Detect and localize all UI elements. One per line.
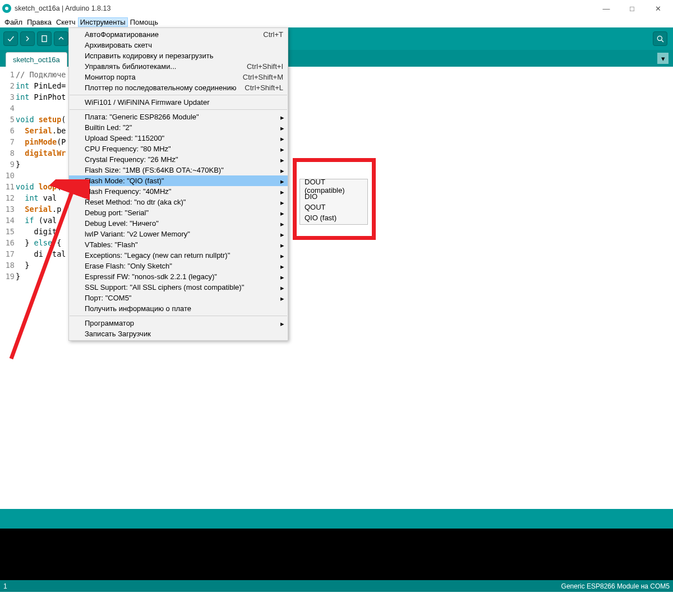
open-button[interactable] — [54, 31, 68, 46]
close-button[interactable]: ✕ — [645, 0, 671, 17]
menu-item[interactable]: Erase Flash: "Only Sketch"▸ — [69, 261, 288, 271]
menu-item[interactable]: Espressif FW: "nonos-sdk 2.2.1 (legacy)"… — [69, 271, 288, 282]
titlebar: sketch_oct16a | Arduino 1.8.13 — □ ✕ — [0, 0, 673, 17]
menu-item[interactable]: Монитор портаCtrl+Shift+M — [69, 72, 288, 82]
svg-line-2 — [662, 40, 663, 42]
flash-mode-submenu[interactable]: DOUT (compatible)DIOQOUTQIO (fast) — [299, 179, 368, 225]
arduino-logo-icon — [2, 4, 11, 13]
submenu-item[interactable]: QIO (fast) — [300, 212, 367, 223]
menu-item[interactable]: Исправить кодировку и перезагрузить — [69, 50, 288, 61]
status-board: Generic ESP8266 Module на COM5 — [561, 582, 670, 590]
menu-help[interactable]: Помощь — [128, 18, 160, 26]
menu-item[interactable]: CPU Frequency: "80 MHz"▸ — [69, 143, 288, 154]
menu-item[interactable]: Программатор▸ — [69, 318, 288, 328]
menu-item[interactable]: Debug Level: "Ничего"▸ — [69, 218, 288, 229]
code-area[interactable]: // Подключеint PinLed=int PinPhotvoid se… — [16, 69, 66, 282]
menu-item[interactable]: Плата: "Generic ESP8266 Module"▸ — [69, 112, 288, 122]
tab-menu-button[interactable]: ▾ — [657, 53, 669, 64]
submenu-item[interactable]: DOUT (compatible) — [300, 180, 367, 191]
menu-item[interactable]: Записать Загрузчик — [69, 328, 288, 339]
menu-item[interactable]: Порт: "COM5"▸ — [69, 293, 288, 303]
menu-sketch[interactable]: Скетч — [54, 18, 78, 26]
menu-edit[interactable]: Правка — [25, 18, 54, 26]
menu-item[interactable]: Получить информацию о плате — [69, 303, 288, 314]
menu-file[interactable]: Файл — [2, 18, 25, 26]
menu-item[interactable]: Crystal Frequency: "26 MHz"▸ — [69, 154, 288, 165]
menu-item[interactable]: Builtin Led: "2"▸ — [69, 122, 288, 133]
message-bar — [0, 509, 673, 529]
menu-item[interactable]: Управлять библиотеками...Ctrl+Shift+I — [69, 61, 288, 72]
menubar: Файл Правка Скетч Инструменты Помощь — [0, 17, 673, 27]
menu-item[interactable]: lwIP Variant: "v2 Lower Memory"▸ — [69, 229, 288, 239]
status-bar: 1 Generic ESP8266 Module на COM5 — [0, 580, 673, 592]
line-gutter: 12345678910111213141516171819 — [0, 69, 15, 282]
submenu-item[interactable]: QOUT — [300, 202, 367, 212]
maximize-button[interactable]: □ — [619, 0, 645, 17]
svg-rect-0 — [42, 36, 47, 42]
menu-item[interactable]: Архивировать скетч — [69, 40, 288, 50]
menu-item[interactable]: Reset Method: "no dtr (aka ck)"▸ — [69, 197, 288, 207]
status-line: 1 — [3, 582, 561, 590]
menu-item[interactable]: Exceptions: "Legacy (new can return null… — [69, 250, 288, 261]
window-title: sketch_oct16a | Arduino 1.8.13 — [15, 4, 593, 12]
serial-monitor-button[interactable] — [653, 31, 667, 46]
menu-tools[interactable]: Инструменты — [78, 17, 128, 27]
upload-button[interactable] — [20, 31, 35, 46]
menu-item[interactable]: SSL Support: "All SSL ciphers (most comp… — [69, 282, 288, 293]
verify-button[interactable] — [3, 31, 18, 46]
tab-sketch[interactable]: sketch_oct16a — [6, 52, 67, 67]
menu-item[interactable]: Flash Frequency: "40MHz"▸ — [69, 186, 288, 197]
svg-point-1 — [657, 36, 662, 40]
menu-item[interactable]: Flash Mode: "QIO (fast)"▸ — [69, 175, 288, 186]
tools-menu-dropdown[interactable]: АвтоФорматированиеCtrl+TАрхивировать ске… — [68, 27, 288, 341]
menu-item[interactable]: Плоттер по последовательному соединениюC… — [69, 82, 288, 93]
menu-item[interactable]: Debug port: "Serial"▸ — [69, 207, 288, 218]
menu-item[interactable]: VTables: "Flash"▸ — [69, 239, 288, 250]
menu-item[interactable]: Upload Speed: "115200"▸ — [69, 133, 288, 143]
console[interactable] — [0, 529, 673, 580]
minimize-button[interactable]: — — [593, 0, 619, 17]
menu-item[interactable]: Flash Size: "1MB (FS:64KB OTA:~470KB)"▸ — [69, 165, 288, 175]
menu-item[interactable]: АвтоФорматированиеCtrl+T — [69, 29, 288, 40]
new-button[interactable] — [37, 31, 52, 46]
menu-item[interactable]: WiFi101 / WiFiNINA Firmware Updater — [69, 97, 288, 108]
